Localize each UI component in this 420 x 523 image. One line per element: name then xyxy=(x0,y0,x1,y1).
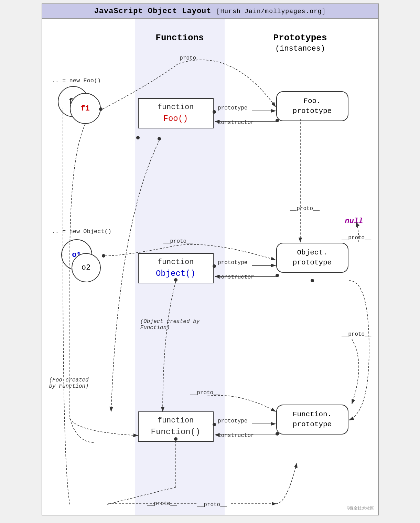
title-main: JavaScript Object Layout xyxy=(94,7,212,15)
func-proto-line2: prototype xyxy=(284,419,341,429)
foo-fn-word: function xyxy=(146,102,206,113)
svg-point-15 xyxy=(276,274,279,277)
obj-fn-name: Object() xyxy=(146,268,206,280)
diagram-body: Functions Prototypes (instances) functio… xyxy=(42,19,378,515)
function-function-box: function Function() xyxy=(138,411,214,442)
new-foo-label: .. = new Foo() xyxy=(52,77,101,84)
svg-point-32 xyxy=(311,279,314,282)
func-fn-name: Function() xyxy=(146,426,206,438)
functions-header: Functions xyxy=(135,33,225,43)
title-bar: JavaScript Object Layout [Hursh Jain/mol… xyxy=(42,4,378,19)
func-proto-line1: Function. xyxy=(284,409,341,419)
svg-point-18 xyxy=(102,254,105,258)
new-object-label: .. = new Object() xyxy=(52,228,111,235)
object-function-box: function Object() xyxy=(138,253,214,283)
null-label: null xyxy=(345,217,363,226)
function-prototype-box: Function. prototype xyxy=(276,405,348,435)
obj-proto-line2: prototype xyxy=(284,258,341,268)
title-sub: [Hursh Jain/mollypages.org] xyxy=(216,8,326,15)
object-created-label: (Object created by Function) xyxy=(140,318,200,331)
obj-proto-line1: Object. xyxy=(284,248,341,258)
svg-text:__proto__: __proto__ xyxy=(341,235,371,241)
diagram-container: JavaScript Object Layout [Hursh Jain/mol… xyxy=(42,3,379,515)
foo-function-box: function Foo() xyxy=(138,98,214,128)
func-fn-word: function xyxy=(146,416,206,426)
svg-text:__proto__: __proto__ xyxy=(290,206,320,212)
obj-fn-word: function xyxy=(146,257,206,268)
foo-proto-line2: prototype xyxy=(284,106,341,116)
svg-text:__proto__: __proto__ xyxy=(341,331,371,337)
object-prototype-box: Object. prototype xyxy=(276,243,348,273)
foo-prototype-box: Foo. prototype xyxy=(276,91,348,121)
prototypes-header: Prototypes (instances) xyxy=(249,33,352,53)
watermark: ©掘金技术社区 xyxy=(347,505,374,511)
foo-proto-line1: Foo. xyxy=(284,96,341,106)
f1-circle: f1 xyxy=(70,93,101,124)
foo-created-label: (Foo created by Function) xyxy=(49,377,89,389)
foo-fn-name: Foo() xyxy=(146,113,206,125)
o2-circle: o2 xyxy=(72,253,101,282)
